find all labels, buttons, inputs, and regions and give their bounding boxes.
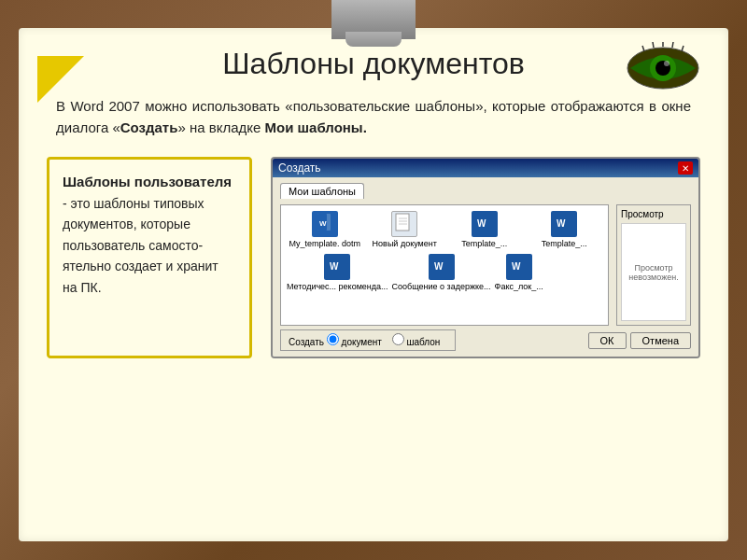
preview-label: Просмотр [621, 209, 686, 219]
dialog-body: Мои шаблоны [273, 177, 698, 357]
file-icon-word5: W [506, 254, 532, 280]
cancel-button[interactable]: Отмена [630, 332, 691, 349]
radio-template-text: шаблон [406, 337, 440, 347]
svg-text:W: W [477, 218, 486, 229]
svg-text:W: W [557, 218, 566, 229]
radio-document-label: документ [327, 337, 385, 347]
svg-text:W: W [512, 261, 521, 272]
file-item-template2[interactable]: W Template_... [527, 211, 603, 248]
create-dialog-ref: Создать [120, 119, 178, 135]
file-item-template1[interactable]: W Template_... [446, 211, 523, 248]
create-dialog: Создать ✕ Мои шаблоны [271, 157, 700, 358]
file-name: Template_... [461, 239, 507, 248]
page-title: Шаблоны документов [222, 47, 524, 81]
svg-point-3 [664, 61, 669, 66]
svg-text:W: W [330, 261, 339, 272]
dialog-files-area: W My_template. dotm [280, 204, 609, 326]
file-icon-word1: W [472, 211, 498, 237]
file-item-fax[interactable]: W Факс_лок_... [495, 254, 543, 291]
dialog-buttons: ОК Отмена [588, 332, 691, 349]
radio-document[interactable] [327, 333, 339, 345]
dialog-close-button[interactable]: ✕ [678, 161, 693, 175]
file-name: Методичес... рекоменда... [287, 282, 388, 291]
file-icon-dotm: W [312, 211, 338, 237]
ok-button[interactable]: ОК [588, 332, 627, 349]
corner-fold [37, 56, 84, 103]
svg-text:W: W [319, 219, 327, 228]
file-icon-new [391, 211, 417, 237]
file-item-new-doc[interactable]: Новый документ [367, 211, 444, 248]
description-text: В Word 2007 можно использовать «пользова… [47, 96, 700, 138]
paper-area: Шаблоны документов В W [19, 28, 728, 541]
bottom-section: Шаблоны пользователя - это шаблоны типов… [47, 157, 700, 358]
create-label: Создать [289, 337, 324, 347]
my-templates-ref: Мои шаблоны. [265, 119, 367, 135]
file-icon-word2: W [551, 211, 577, 237]
file-icon-word4: W [429, 254, 455, 280]
file-item-message[interactable]: W Сообщение о задержке... [392, 254, 491, 291]
file-name: Template_... [542, 239, 587, 248]
dialog-preview-area: Просмотр Просмотр невозможен. [616, 204, 691, 326]
file-item-my-template[interactable]: W My_template. dotm [287, 211, 363, 248]
dialog-titlebar: Создать ✕ [273, 159, 698, 177]
file-name: Новый документ [373, 239, 437, 248]
left-definition-box: Шаблоны пользователя - это шаблоны типов… [47, 157, 252, 358]
box-title: Шаблоны пользователя [63, 174, 232, 189]
dialog-title: Создать [278, 161, 321, 175]
radio-document-text: документ [342, 337, 382, 347]
box-body: - это шаблоны типовых документов, которы… [63, 196, 218, 295]
file-item-metodich[interactable]: W Методичес... рекоменда... [287, 254, 388, 291]
file-name: My_template. dotm [289, 239, 360, 248]
file-grid-row1: W My_template. dotm [287, 211, 602, 248]
svg-rect-12 [396, 214, 409, 231]
svg-line-4 [642, 46, 644, 51]
file-grid-row2: W Методичес... рекоменда... W [287, 254, 602, 291]
svg-line-7 [672, 42, 673, 48]
file-name: Факс_лок_... [495, 282, 543, 291]
eye-icon [626, 42, 700, 93]
clipboard-clip [331, 0, 416, 39]
dialog-bottom-bar: Создать документ шаблон ОК Отмена [280, 329, 691, 351]
tab-my-templates[interactable]: Мои шаблоны [280, 183, 364, 199]
title-area: Шаблоны документов [47, 47, 700, 81]
create-section: Создать документ шаблон [280, 329, 456, 351]
preview-content: Просмотр невозможен. [621, 223, 686, 321]
dialog-content-area: W My_template. dotm [280, 204, 691, 326]
svg-text:W: W [434, 261, 444, 272]
file-name: Сообщение о задержке... [392, 282, 491, 291]
radio-template-label: шаблон [392, 337, 441, 347]
file-icon-word3: W [324, 254, 350, 280]
dialog-tabs: Мои шаблоны [280, 183, 691, 199]
svg-line-8 [682, 46, 684, 51]
radio-template[interactable] [392, 333, 404, 345]
svg-line-5 [653, 42, 654, 48]
